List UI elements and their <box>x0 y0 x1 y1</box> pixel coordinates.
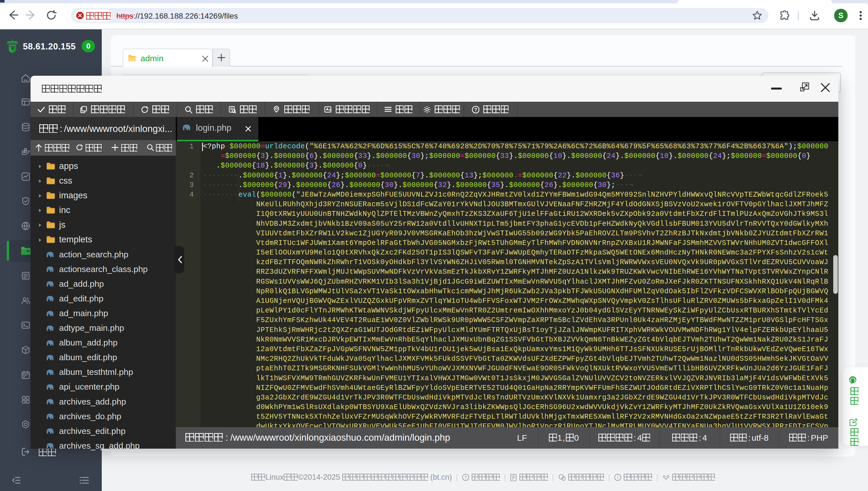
svg-text:?: ? <box>465 475 467 480</box>
svg-text:?: ? <box>474 107 477 112</box>
svg-text:!: ! <box>617 475 618 480</box>
